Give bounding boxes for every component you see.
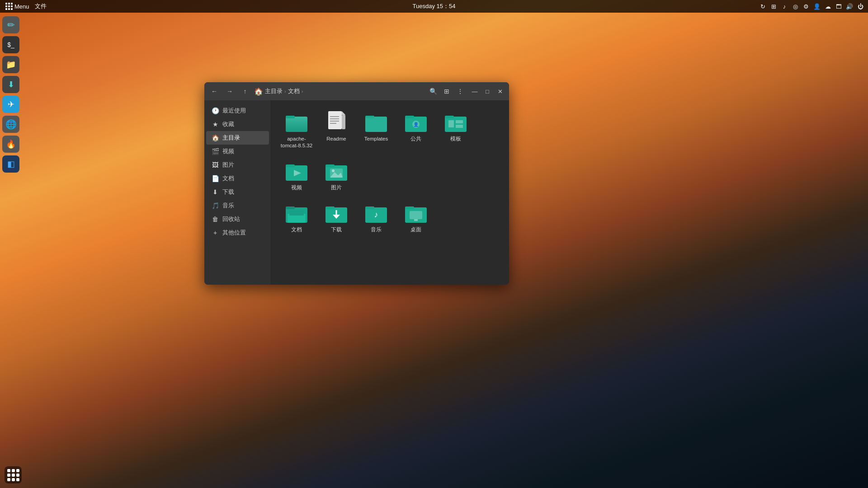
folder-icon-pictures [326, 160, 347, 182]
file-manager-label[interactable]: 文件 [35, 2, 47, 10]
downloads-icon: ⬇ [212, 188, 219, 196]
taskbar-right: ↻ ⊞ ♪ ◎ ⚙ 👤 ☁ 🗔 🔊 ⏻ [759, 2, 864, 10]
sidebar-item-pictures[interactable]: 🖼 图片 [206, 158, 269, 172]
browser-dock-icon[interactable]: 🌐 [2, 116, 19, 133]
file-item-videos[interactable]: 视频 [278, 156, 315, 195]
sidebar-item-music[interactable]: 🎵 音乐 [206, 199, 269, 212]
file-item-music[interactable]: ♪ 音乐 [358, 198, 394, 237]
refresh-tray-icon[interactable]: ↻ [759, 2, 767, 10]
sidebar-item-trash[interactable]: 🗑 回收站 [206, 212, 269, 226]
file-item-tomcat[interactable]: apache-tomcat-8.5.32 [278, 108, 315, 153]
music-tray-icon[interactable]: ♪ [780, 2, 788, 10]
folder-icon-desktop [405, 202, 427, 224]
menu-label: Menu [14, 3, 29, 10]
svg-rect-20 [456, 120, 463, 123]
file-item-public[interactable]: 👤 公共 [398, 108, 434, 153]
titlebar-actions: 🔍 ⊞ ⋮ [427, 85, 467, 98]
pictures-icon: 🖼 [212, 161, 219, 169]
file-item-documents[interactable]: 文档 [278, 198, 315, 237]
sidebar-item-videos[interactable]: 🎬 视频 [206, 145, 269, 158]
svg-rect-33 [289, 210, 304, 216]
forward-button[interactable]: → [223, 85, 236, 98]
grid-tray-icon[interactable]: ⊞ [769, 2, 778, 10]
sidebar-item-other[interactable]: + 其他位置 [206, 226, 269, 239]
file-label-tomcat: apache-tomcat-8.5.32 [280, 136, 313, 149]
sidebar-item-downloads[interactable]: ⬇ 下载 [206, 185, 269, 199]
downloads-dock-icon[interactable]: ⬇ [2, 76, 19, 93]
sidebar-label-documents: 文档 [222, 174, 234, 183]
search-button[interactable]: 🔍 [427, 85, 439, 98]
folder-icon-tomcat [286, 111, 307, 133]
files-grid: apache-tomcat-8.5.32 [278, 108, 502, 195]
window-tray-icon[interactable]: 🗔 [835, 2, 843, 10]
sidebar: 🕐 最近使用 ★ 收藏 🏠 主目录 🎬 视频 🖼 图片 📄 文档 [204, 100, 271, 285]
window-titlebar: ← → ↑ 🏠 主目录 › 文档 › 🔍 ⊞ ⋮ — □ ✕ [204, 82, 509, 100]
folder-icon-videos [286, 160, 307, 182]
music-icon: 🎵 [212, 202, 219, 209]
telegram-dock-icon[interactable]: ✈ [2, 96, 19, 113]
file-label-pictures: 图片 [331, 184, 342, 191]
breadcrumb-separator-2: › [302, 89, 303, 94]
videos-icon: 🎬 [212, 148, 219, 155]
power-tray-icon[interactable]: ⏻ [856, 2, 864, 10]
taskbar-top: Menu 文件 Tuesday 15：54 ↻ ⊞ ♪ ◎ ⚙ 👤 ☁ 🗔 🔊 … [0, 0, 868, 13]
settings-tray-icon[interactable]: ⚙ [802, 2, 810, 10]
home-breadcrumb[interactable]: 🏠 主目录 [254, 87, 283, 96]
svg-marker-4 [342, 111, 345, 115]
breadcrumb: 🏠 主目录 › 文档 › [254, 87, 424, 96]
home-sidebar-icon: 🏠 [212, 134, 219, 141]
file-item-pictures[interactable]: 图片 [318, 156, 354, 195]
files-grid-row2: 文档 下载 [278, 198, 502, 237]
svg-rect-17 [445, 117, 467, 132]
cloud-tray-icon[interactable]: ☁ [824, 2, 832, 10]
files-dock-icon[interactable]: 📁 [2, 56, 19, 73]
sidebar-item-recent[interactable]: 🕐 最近使用 [206, 104, 269, 117]
svg-rect-1 [286, 117, 307, 132]
window-body: 🕐 最近使用 ★ 收藏 🏠 主目录 🎬 视频 🖼 图片 📄 文档 [204, 100, 509, 285]
file-label-downloads: 下载 [331, 226, 342, 233]
minimize-button[interactable]: — [469, 86, 480, 97]
vscode-dock-icon[interactable]: ◧ [2, 155, 19, 173]
sidebar-label-starred: 收藏 [222, 120, 234, 128]
menu-icon [5, 3, 13, 10]
chrome-tray-icon[interactable]: ◎ [791, 2, 799, 10]
folder-icon-muban [445, 111, 467, 133]
sidebar-item-home[interactable]: 🏠 主目录 [206, 131, 269, 145]
svg-text:♪: ♪ [374, 210, 378, 219]
file-item-muban[interactable]: 模板 [438, 108, 474, 153]
toolbox-dock-icon[interactable]: 🔥 [2, 136, 19, 153]
breadcrumb-separator: › [284, 89, 286, 94]
user-tray-icon[interactable]: 👤 [813, 2, 821, 10]
sidebar-item-starred[interactable]: ★ 收藏 [206, 117, 269, 131]
current-breadcrumb[interactable]: 文档 [288, 87, 300, 95]
starred-icon: ★ [212, 121, 219, 128]
terminal-dock-icon[interactable]: $_ [2, 36, 19, 53]
svg-rect-26 [326, 164, 335, 167]
svg-rect-42 [405, 206, 414, 209]
file-item-templates[interactable]: Templates [358, 108, 394, 153]
folder-icon-music: ♪ [365, 202, 387, 224]
more-options-button[interactable]: ⋮ [454, 85, 467, 98]
file-item-desktop[interactable]: 桌面 [398, 198, 434, 237]
file-item-readme[interactable]: Readme [318, 108, 354, 153]
text-editor-dock-icon[interactable]: ✏ [2, 16, 19, 33]
sidebar-label-videos: 视频 [222, 147, 234, 155]
folder-icon-public: 👤 [405, 111, 427, 133]
file-manager-window: ← → ↑ 🏠 主目录 › 文档 › 🔍 ⊞ ⋮ — □ ✕ [204, 82, 509, 285]
menu-button[interactable]: Menu [4, 3, 31, 10]
back-button[interactable]: ← [208, 85, 221, 98]
view-toggle-button[interactable]: ⊞ [440, 85, 453, 98]
close-button[interactable]: ✕ [495, 86, 505, 97]
documents-icon: 📄 [212, 175, 219, 182]
volume-tray-icon[interactable]: 🔊 [845, 2, 854, 10]
svg-rect-18 [445, 116, 454, 118]
svg-point-28 [332, 169, 335, 172]
svg-rect-43 [410, 211, 422, 219]
maximize-button[interactable]: □ [482, 86, 493, 97]
file-item-downloads[interactable]: 下载 [318, 198, 354, 237]
file-label-public: 公共 [410, 136, 421, 142]
sidebar-item-documents[interactable]: 📄 文档 [206, 172, 269, 185]
up-button[interactable]: ↑ [239, 85, 251, 98]
left-dock: ✏ $_ 📁 ⬇ ✈ 🌐 🔥 ◧ [0, 13, 22, 488]
svg-rect-3 [328, 111, 342, 129]
